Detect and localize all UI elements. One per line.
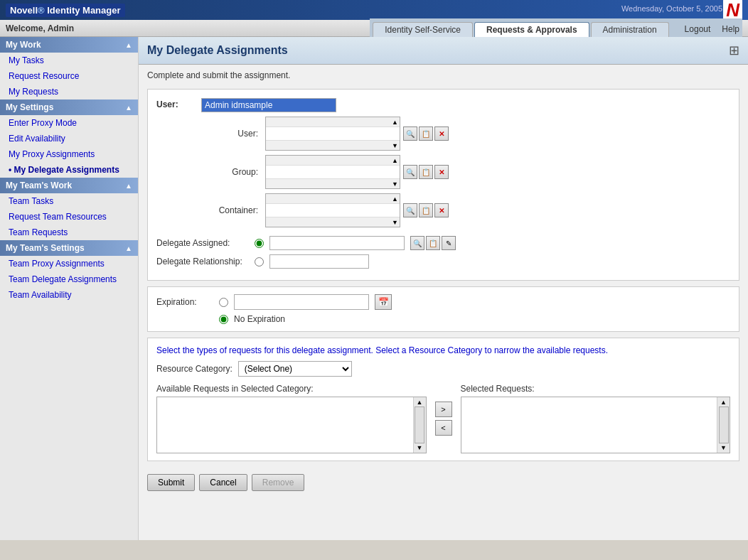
sidebar-item-team-delegate-assignments[interactable]: Team Delegate Assignments [0,271,138,287]
expiration-input[interactable] [234,294,369,310]
submit-button[interactable]: Submit [147,474,195,491]
resource-info-text: Select the types of requests for this de… [156,345,730,355]
container-scroll-down-icon[interactable]: ▼ [392,219,398,226]
container-scroll-up-icon[interactable]: ▲ [392,195,398,203]
sidebar-section-my-work[interactable]: My Work ▲ [0,37,138,53]
move-buttons: > < [432,384,455,453]
delegate-relationship-label: Delegate Relationship: [156,257,249,266]
sidebar-item-enter-proxy-mode[interactable]: Enter Proxy Mode [0,115,138,131]
available-requests-scrollbar: ▲ ▼ [413,397,426,453]
sidebar-item-team-availability[interactable]: Team Availability [0,287,138,303]
user-section-label: User: [156,99,178,109]
group-delete-button[interactable]: ✕ [434,165,449,179]
sidebar-section-my-teams-work-arrow: ▲ [125,182,132,190]
container-field-label: Container: [201,205,258,215]
group-scroll-down-icon[interactable]: ▼ [392,181,398,188]
grid-icon[interactable]: ⊞ [729,43,739,58]
delegate-assigned-label: Delegate Assigned: [156,238,249,248]
user-select-button[interactable]: 📋 [419,126,433,141]
no-expiration-radio[interactable] [219,315,228,324]
available-scroll-up-icon[interactable]: ▲ [417,399,423,406]
delegate-search-button[interactable]: 🔍 [410,236,424,250]
container-delete-button[interactable]: ✕ [434,203,449,217]
welcome-text: Welcome, Admin [6,23,74,33]
user-search-button[interactable]: 🔍 [403,126,417,141]
resource-category-select[interactable]: (Select One) [238,361,352,377]
sidebar-section-my-settings-label: My Settings [6,102,53,112]
group-field-label: Group: [201,167,258,177]
sidebar-item-team-tasks[interactable]: Team Tasks [0,193,138,209]
page-title: My Delegate Assignments [147,44,288,57]
delegate-assigned-input[interactable] [269,236,405,250]
sidebar: My Work ▲ My Tasks Request Resource My R… [0,37,139,540]
selected-requests-label: Selected Requests: [461,384,731,394]
user-scroll-down-icon[interactable]: ▼ [392,142,398,149]
calendar-button[interactable]: 📅 [375,294,392,310]
action-bar: Submit Cancel Remove [147,467,739,498]
group-search-button[interactable]: 🔍 [403,165,417,179]
container-select-button[interactable]: 📋 [419,203,433,217]
delegate-relationship-input[interactable] [269,254,369,269]
group-scroll-up-icon[interactable]: ▲ [392,157,398,164]
selected-scroll-down-icon[interactable]: ▼ [720,444,727,451]
available-requests-listbox[interactable]: ▲ ▼ [156,397,427,453]
sidebar-item-my-delegate-assignments[interactable]: My Delegate Assignments [0,162,138,178]
sidebar-item-my-proxy-assignments[interactable]: My Proxy Assignments [0,146,138,162]
delegate-assigned-radio[interactable] [255,239,264,248]
container-field-row: Container: ▲ ▼ 🔍 [201,193,730,227]
move-right-button[interactable]: > [435,402,452,417]
group-field-row: Group: ▲ ▼ 🔍 [201,155,730,189]
cancel-button[interactable]: Cancel [199,474,247,491]
no-expiration-row: No Expiration [156,314,730,324]
user-scroll-up-icon[interactable]: ▲ [392,119,398,126]
container-search-button[interactable]: 🔍 [403,203,417,217]
sidebar-item-my-requests[interactable]: My Requests [0,84,138,99]
sidebar-item-team-proxy-assignments[interactable]: Team Proxy Assignments [0,256,138,271]
sidebar-item-edit-availability[interactable]: Edit Availability [0,131,138,146]
selected-requests-container: Selected Requests: ▲ ▼ [461,384,731,453]
delegate-assigned-row: Delegate Assigned: 🔍 📋 ✎ [156,236,730,250]
content-header: My Delegate Assignments ⊞ [139,37,748,65]
sidebar-item-my-tasks[interactable]: My Tasks [0,53,138,68]
logout-link[interactable]: Logout [685,24,711,34]
delegate-select-button[interactable]: 📋 [426,236,440,250]
help-link[interactable]: Help [722,24,739,34]
welcome-bar: Welcome, Admin Identity Self-Service Req… [0,20,748,37]
available-scroll-down-icon[interactable]: ▼ [417,444,423,451]
expiration-radio[interactable] [219,298,228,307]
novell-logo: Novell® Identity Manager [6,4,125,17]
sidebar-section-my-settings[interactable]: My Settings ▲ [0,99,138,115]
sidebar-item-request-resource[interactable]: Request Resource [0,68,138,84]
available-requests-label: Available Requests in Selected Category: [156,384,427,394]
app-header: Novell® Identity Manager Wednesday, Octo… [0,0,748,20]
remove-button[interactable]: Remove [252,474,305,491]
content-body: Complete and submit the assignment. User… [139,65,748,504]
selected-scroll-up-icon[interactable]: ▲ [720,399,727,406]
resource-section: Select the types of requests for this de… [147,338,739,461]
tab-administration[interactable]: Administration [591,22,669,37]
main-layout: My Work ▲ My Tasks Request Resource My R… [0,37,748,540]
user-field-buttons: 🔍 📋 ✕ [403,126,449,141]
tab-identity-self-service[interactable]: Identity Self-Service [373,22,473,37]
instruction-text: Complete and submit the assignment. [147,70,739,80]
sidebar-item-team-requests[interactable]: Team Requests [0,225,138,240]
user-field-row: User: ▲ ▼ 🔍 [201,117,730,151]
delegate-relationship-row: Delegate Relationship: [156,254,730,269]
user-selected-item: Admin idmsample [202,99,336,112]
sidebar-section-my-work-arrow: ▲ [125,41,132,49]
group-select-button[interactable]: 📋 [419,165,433,179]
nav-tabs: Identity Self-Service Requests & Approva… [370,18,742,38]
selected-requests-scrollbar: ▲ ▼ [717,397,730,453]
sidebar-section-my-teams-settings-arrow: ▲ [125,244,132,252]
move-left-button[interactable]: < [435,420,452,436]
sidebar-section-my-teams-settings[interactable]: My Team's Settings ▲ [0,240,138,256]
selected-requests-list [461,397,717,453]
expiration-row: Expiration: 📅 [156,294,730,310]
tab-requests-approvals[interactable]: Requests & Approvals [474,22,589,37]
delegate-edit-button[interactable]: ✎ [442,236,456,250]
sidebar-item-request-team-resources[interactable]: Request Team Resources [0,209,138,225]
sidebar-section-my-teams-work[interactable]: My Team's Work ▲ [0,178,138,193]
selected-requests-listbox[interactable]: ▲ ▼ [461,397,731,453]
user-delete-button[interactable]: ✕ [434,126,449,141]
delegate-relationship-radio[interactable] [255,257,264,266]
